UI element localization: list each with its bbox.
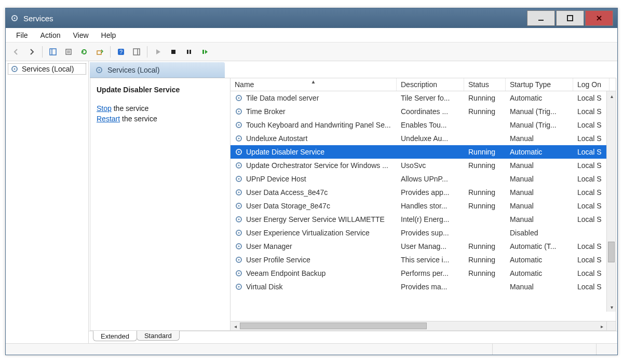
service-row[interactable]: User Data Access_8e47cProvides app...Run… <box>231 186 616 199</box>
service-description-cell: This service i... <box>397 256 464 264</box>
tab-extended[interactable]: Extended <box>93 331 137 341</box>
hscroll-track[interactable] <box>240 321 597 330</box>
service-row[interactable]: Update Orchestrator Service for Windows … <box>231 159 616 172</box>
menu-view[interactable]: View <box>66 29 94 41</box>
service-startup-cell: Manual <box>506 134 573 143</box>
scroll-right-icon[interactable]: ▸ <box>597 321 606 331</box>
export-button[interactable] <box>92 45 107 59</box>
service-startup-cell: Manual <box>506 175 573 183</box>
vscroll-thumb[interactable] <box>608 242 615 262</box>
svg-rect-17 <box>189 50 191 54</box>
service-row[interactable]: UPnP Device HostAllows UPnP...ManualLoca… <box>231 172 616 186</box>
service-startup-cell: Manual (Trig... <box>506 121 573 129</box>
svg-point-46 <box>238 246 240 247</box>
service-status-cell: Running <box>464 94 506 102</box>
svg-rect-13 <box>133 49 140 55</box>
title-bar: Services <box>6 8 617 28</box>
tab-standard[interactable]: Standard <box>137 331 180 341</box>
service-name-label: User Manager <box>246 242 292 250</box>
service-description-cell: UsoSvc <box>397 161 464 170</box>
service-row[interactable]: Touch Keyboard and Handwriting Panel Se.… <box>231 118 616 132</box>
show-action-pane-button[interactable] <box>129 45 144 59</box>
scroll-down-icon[interactable]: ▾ <box>607 302 616 312</box>
nav-services-local[interactable]: Services (Local) <box>8 63 86 75</box>
service-logon-cell: Local S <box>573 215 610 223</box>
column-name[interactable]: Name ▲ <box>231 78 397 91</box>
service-name-label: Virtual Disk <box>246 283 283 291</box>
service-row[interactable]: User Energy Server Service WILLAMETTEInt… <box>231 213 616 226</box>
service-logon-cell: Local S <box>573 256 610 264</box>
restart-service-button[interactable] <box>197 45 212 59</box>
service-startup-cell: Manual <box>506 283 573 291</box>
stop-service-button[interactable] <box>166 45 181 59</box>
gear-icon <box>235 283 243 291</box>
service-name-cell: User Data Storage_8e47c <box>231 202 397 210</box>
service-description-cell: Provides app... <box>397 188 464 197</box>
service-name-label: Time Broker <box>246 107 286 116</box>
service-row[interactable]: User Experience Virtualization ServicePr… <box>231 226 616 240</box>
service-row[interactable]: Update Disabler ServiceRunningAutomaticL… <box>231 145 616 159</box>
svg-point-24 <box>238 97 240 99</box>
close-button[interactable] <box>585 10 613 26</box>
svg-rect-16 <box>187 50 188 54</box>
svg-point-48 <box>238 259 240 261</box>
toolbar-separator <box>147 46 147 58</box>
svg-point-30 <box>238 138 240 139</box>
svg-text:?: ? <box>119 49 123 55</box>
service-description-cell: Provides ma... <box>397 283 464 291</box>
service-description-cell: Coordinates ... <box>397 107 464 116</box>
service-name-cell: User Data Access_8e47c <box>231 188 397 197</box>
content-pane: Services (Local) Update Disabler Service… <box>89 61 617 343</box>
column-description[interactable]: Description <box>397 78 464 91</box>
menu-file[interactable]: File <box>10 29 34 41</box>
service-row[interactable]: Undeluxe AutostartUndeluxe Au...ManualLo… <box>231 132 616 145</box>
menu-action[interactable]: Action <box>34 29 67 41</box>
restart-service-link[interactable]: Restart <box>97 115 120 123</box>
services-window: Services File Action View Help ? <box>5 8 618 355</box>
show-hide-tree-button[interactable] <box>46 45 60 59</box>
minimize-button[interactable] <box>527 10 555 26</box>
service-startup-cell: Manual <box>506 202 573 210</box>
service-description-cell: Undeluxe Au... <box>397 134 464 143</box>
service-name-label: User Experience Virtualization Service <box>246 229 370 237</box>
menu-help[interactable]: Help <box>95 29 123 41</box>
forward-button[interactable] <box>24 45 39 59</box>
back-button[interactable] <box>9 45 23 59</box>
service-startup-cell: Automatic <box>506 148 573 156</box>
start-service-button[interactable] <box>151 45 165 59</box>
horizontal-scrollbar[interactable]: ◂ ▸ <box>231 321 606 330</box>
scroll-up-icon[interactable]: ▴ <box>607 91 616 101</box>
refresh-button[interactable] <box>77 45 91 59</box>
svg-point-1 <box>14 18 16 19</box>
scroll-left-icon[interactable]: ◂ <box>231 321 240 331</box>
column-name-label: Name <box>235 80 254 89</box>
menu-bar: File Action View Help <box>6 28 617 43</box>
service-row[interactable]: Virtual DiskProvides ma...ManualLocal S <box>231 280 616 293</box>
service-startup-cell: Automatic <box>506 269 573 277</box>
service-row[interactable]: Tile Data model serverTile Server fo...R… <box>231 91 616 105</box>
service-row[interactable]: Veeam Endpoint BackupPerforms per...Runn… <box>231 267 616 280</box>
column-logon[interactable]: Log On <box>573 78 610 91</box>
vertical-scrollbar[interactable]: ▴ ▾ <box>606 91 616 312</box>
service-description-cell: Provides sup... <box>397 229 464 237</box>
service-row[interactable]: Time BrokerCoordinates ...RunningManual … <box>231 105 616 118</box>
service-name-cell: Tile Data model server <box>231 94 397 102</box>
service-row[interactable]: User ManagerUser Manag...RunningAutomati… <box>231 240 616 253</box>
stop-service-link[interactable]: Stop <box>97 104 112 113</box>
hscroll-thumb[interactable] <box>240 323 427 329</box>
column-startup[interactable]: Startup Type <box>506 78 573 91</box>
service-name-cell: User Experience Virtualization Service <box>231 229 397 237</box>
service-logon-cell: Local S <box>573 242 610 250</box>
help-button[interactable]: ? <box>114 45 128 59</box>
service-row[interactable]: User Profile ServiceThis service i...Run… <box>231 253 616 267</box>
maximize-button[interactable] <box>556 10 584 26</box>
service-row[interactable]: User Data Storage_8e47cHandles stor...Ru… <box>231 199 616 213</box>
service-name-cell: User Energy Server Service WILLAMETTE <box>231 215 397 223</box>
svg-point-26 <box>238 111 240 113</box>
svg-point-28 <box>238 124 240 126</box>
pause-service-button[interactable] <box>182 45 196 59</box>
column-status[interactable]: Status <box>464 78 506 91</box>
service-description-cell: Tile Server fo... <box>397 94 464 102</box>
svg-point-20 <box>14 68 16 70</box>
properties-button[interactable] <box>61 45 76 59</box>
